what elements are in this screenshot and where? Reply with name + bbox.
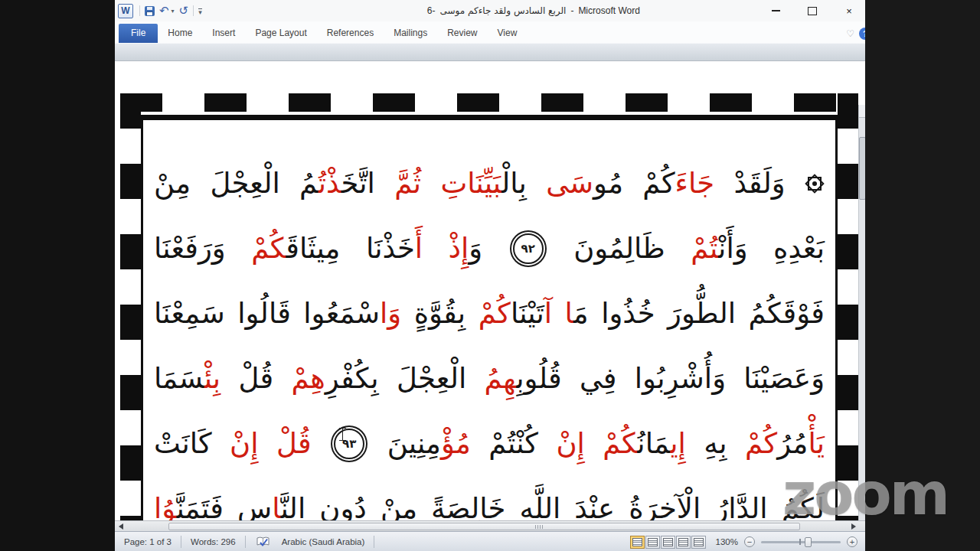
tab-file[interactable]: File [119, 24, 158, 43]
zoom-in-button[interactable]: + [847, 536, 858, 547]
divider [139, 5, 140, 16]
view-shortcut-buttons [630, 536, 706, 549]
quran-word: دُونِ [319, 492, 367, 520]
quran-word: وَعَصَيْنَا [743, 362, 825, 395]
status-bar: Page: 1 of 3 Words: 296 Arabic (Saudi Ar… [115, 531, 865, 551]
quran-word: الْآخِرَةُ [629, 492, 701, 520]
tab-page-layout[interactable]: Page Layout [245, 24, 316, 43]
help-icon[interactable]: ? [859, 28, 865, 40]
quran-word: مِنْ [154, 167, 191, 200]
zoom-slider-midpoint [799, 539, 801, 545]
draft-view-icon[interactable] [691, 536, 706, 549]
vertical-scrollbar[interactable] [858, 105, 865, 520]
quran-word: فَتَمَنَّوُا [154, 492, 224, 520]
quran-word: الْعِجْلَ [397, 362, 466, 395]
word-app-icon[interactable]: W [118, 4, 133, 18]
quran-word: جَاءَكُمْ [642, 167, 714, 200]
quran-line-4: وَعَصَيْنَاوَأُشْرِبُوافِيقُلُوبِهِمُالْ… [154, 346, 825, 411]
zoom-out-button[interactable]: − [744, 536, 755, 547]
quran-word: مِنْ [381, 492, 417, 520]
zoom-watermark: zoom [782, 465, 948, 523]
close-button[interactable]: × [841, 3, 858, 18]
undo-dropdown-caret-icon[interactable]: ▾ [172, 8, 175, 15]
quran-word: إِنْ [230, 427, 258, 460]
word-window: W ↶ ▾ ↺ ▾ 6- الربع السادس ولقد جاءكم موس… [115, 0, 865, 551]
save-icon[interactable] [145, 6, 155, 16]
quran-word: وَاسْمَعُوا [303, 297, 401, 330]
quran-text-block[interactable]: وَلَقَدْجَاءَكُمْمُوسَىبِالْبَيِّنَاتِثُ… [143, 120, 835, 520]
page-indicator[interactable]: Page: 1 of 3 [115, 537, 181, 546]
ruler-toggle-icon[interactable] [859, 105, 865, 118]
page-border-checker-right [838, 93, 858, 520]
divider [374, 536, 374, 548]
text-cursor-ibeam [339, 427, 346, 442]
proofing-check-icon[interactable] [256, 536, 270, 547]
quran-word: كُنْتُمْ [488, 427, 538, 460]
zoom-slider-track [761, 541, 841, 543]
tab-view[interactable]: View [488, 24, 528, 43]
doc-number: 6- [427, 5, 436, 16]
web-layout-view-icon[interactable] [661, 536, 675, 549]
scroll-left-arrow-icon[interactable] [119, 523, 123, 530]
page-border-checker-top [120, 93, 858, 112]
page-inner-rule-top [141, 115, 838, 120]
tab-review[interactable]: Review [437, 24, 487, 43]
word-count[interactable]: Words: 296 [181, 537, 245, 546]
quran-word: بِهِ [704, 427, 727, 460]
quran-word: سَمِعْنَا [154, 297, 225, 330]
quran-word: وَأُشْرِبُوا [635, 362, 726, 395]
quran-line-5: يَأْمُرُكُمْبِهِإِيمَانُكُمْإِنْكُنْتُمْ… [154, 411, 825, 476]
quran-word: مَا [565, 297, 589, 330]
redo-icon[interactable]: ↺ [179, 6, 189, 16]
hizb-marker-icon [805, 174, 825, 194]
vertical-scrollbar-thumb[interactable] [859, 137, 865, 200]
quran-word: كَانَتْ [154, 427, 212, 460]
verse-number-medallion: ٩٢ [513, 233, 544, 264]
language-indicator[interactable]: Arabic (Saudi Arabia) [273, 537, 374, 546]
tab-mailings[interactable]: Mailings [384, 24, 437, 43]
page-border-checker-left [120, 93, 141, 520]
quran-word: اللَّهِ [520, 492, 561, 520]
zoom-slider[interactable] [761, 536, 841, 547]
outline-view-icon[interactable] [676, 536, 691, 549]
quick-access-toolbar: ↶ ▾ ↺ ▾ [139, 5, 202, 16]
quran-word: قَالُوا [237, 297, 291, 330]
quran-word: الطُّورَ [668, 297, 736, 330]
quran-word: الدَّارُ [714, 492, 767, 520]
tab-references[interactable]: References [317, 24, 384, 43]
zoom-slider-thumb[interactable] [805, 537, 812, 547]
ribbon-tab-row: FileHomeInsertPage LayoutReferencesMaili… [115, 21, 865, 43]
undo-icon[interactable]: ↶ [159, 6, 169, 16]
window-controls: × [767, 0, 858, 21]
maximize-button[interactable] [804, 3, 821, 18]
heart-icon[interactable]: ♡ [846, 28, 854, 39]
quran-word: خَالِصَةً [431, 492, 505, 520]
quran-word: آتَيْنَاكُمْ [479, 297, 552, 330]
quran-line-2: بَعْدِهِوَأَنْتُمْظَالِمُونَ٩٢وَإِذْأَخَ… [154, 216, 825, 281]
zoom-percentage[interactable]: 130% [712, 537, 738, 546]
document-area[interactable]: وَلَقَدْجَاءَكُمْمُوسَىبِالْبَيِّنَاتِثُ… [115, 61, 865, 520]
quran-word: أَخَذْنَا [366, 232, 423, 265]
doc-title-arabic: الربع السادس ولقد جاءكم موسى [440, 5, 567, 16]
quran-line-3: فَوْقَكُمُالطُّورَخُذُوامَاآتَيْنَاكُمْب… [154, 281, 825, 346]
quran-word: إِيمَانُكُمْ [603, 427, 686, 460]
fullscreen-reading-view-icon[interactable] [645, 536, 660, 549]
print-layout-view-icon[interactable] [630, 536, 645, 549]
quran-word: وَلَقَدْ [733, 167, 785, 200]
quran-word: عِنْدَ [574, 492, 615, 520]
divider [193, 5, 194, 16]
minimize-button[interactable] [767, 3, 784, 18]
quran-word: بِقُوَّةٍ [414, 297, 466, 330]
quran-word: بِئْسَمَا [154, 362, 220, 395]
title-bar: W ↶ ▾ ↺ ▾ 6- الربع السادس ولقد جاءكم موس… [115, 0, 865, 21]
quran-word: بَعْدِهِ [773, 232, 825, 265]
horizontal-scrollbar[interactable] [115, 520, 865, 532]
quran-word: الْعِجْلَ [210, 167, 279, 200]
horizontal-scrollbar-thumb[interactable] [168, 523, 800, 530]
quran-word: فِي [580, 362, 617, 395]
quran-word: فَوْقَكُمُ [748, 297, 825, 330]
tab-home[interactable]: Home [158, 24, 202, 43]
customize-quick-access-icon[interactable]: ▾ [198, 8, 202, 15]
quran-word: قُلُوبِهِمُ [485, 362, 562, 395]
tab-insert[interactable]: Insert [202, 24, 245, 43]
